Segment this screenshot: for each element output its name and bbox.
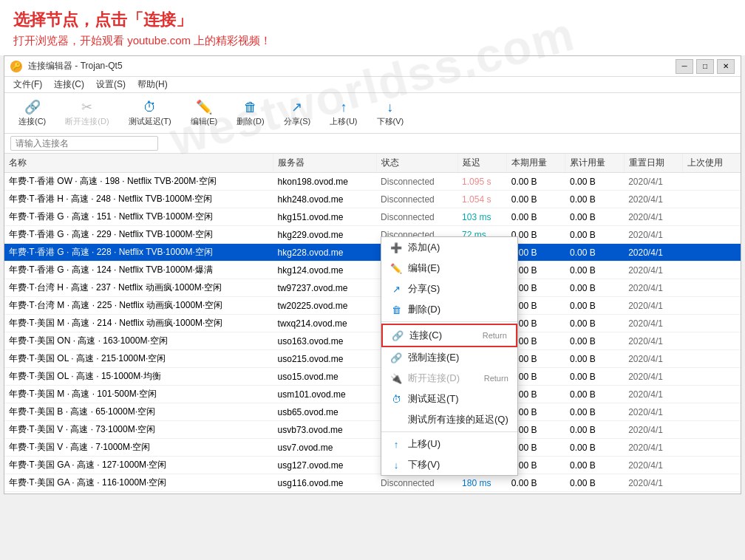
cell-reset: 2020/4/1 xyxy=(624,315,682,332)
connect-button[interactable]: 🔗 连接(C) xyxy=(10,96,54,130)
cell-reset: 2020/4/1 xyxy=(624,474,682,492)
maximize-button[interactable]: □ xyxy=(696,59,714,74)
ctx-item-move-down[interactable]: ↓下移(V) xyxy=(381,454,517,475)
table-row[interactable]: 年费·T·香港 H · 高速 · 248 · Netflix TVB·1000M… xyxy=(4,191,741,208)
move-down-button[interactable]: ↓ 下移(V) xyxy=(369,97,412,130)
cell-last xyxy=(682,262,741,279)
col-last[interactable]: 上次使用 xyxy=(682,154,741,173)
disconnect-shortcut: Return xyxy=(484,374,508,383)
share-button[interactable]: ↗ 分享(S) xyxy=(276,96,319,130)
table-row[interactable]: 年费·T·香港 G · 高速 · 229 · Netflix TVB·1000M… xyxy=(4,226,741,244)
table-row[interactable]: 年费·T·香港 G · 高速 · 124 · Netflix TVB·1000M… xyxy=(4,262,741,279)
col-status[interactable]: 状态 xyxy=(376,154,457,173)
cell-total: 0.00 B xyxy=(565,492,624,494)
col-total[interactable]: 累计用量 xyxy=(565,154,624,173)
connections-table-container[interactable]: 名称 服务器 状态 延迟 本期用量 累计用量 重置日期 上次使用 年费·T·香港… xyxy=(4,154,741,494)
cell-name: 年费·T·香港 H · 高速 · 248 · Netflix TVB·1000M… xyxy=(4,191,273,208)
test-latency-item-label: 测试延迟(T) xyxy=(408,392,459,406)
delete-button[interactable]: 🗑 删除(D) xyxy=(228,97,272,130)
table-row[interactable]: 年费·T·台湾 H · 高速 · 237 · Netflix 动画疯·1000M… xyxy=(4,279,741,297)
test-latency-button[interactable]: ⏱ 测试延迟(T) xyxy=(120,97,180,130)
cell-name: 年费·T·美国 V · 高速 · 73·1000M·空闲 xyxy=(4,421,273,439)
ctx-item-add[interactable]: ➕添加(A) xyxy=(381,237,517,258)
menu-connect[interactable]: 连接(C) xyxy=(48,77,90,92)
cell-total: 0.00 B xyxy=(565,368,624,386)
cell-total: 0.00 B xyxy=(565,421,624,439)
cell-server: hkh248.ovod.me xyxy=(273,191,376,208)
connect-icon: 🔗 xyxy=(24,99,41,115)
window-title: 连接编辑器 - Trojan-Qt5 xyxy=(28,60,676,72)
ctx-item-edit[interactable]: ✏️编辑(E) xyxy=(381,258,517,279)
table-row[interactable]: 年费·T·美国 B · 高速 · 65·1000M·空闲 usb65.ovod.… xyxy=(4,403,741,421)
menu-help[interactable]: 帮助(H) xyxy=(132,77,174,92)
menu-file[interactable]: 文件(F) xyxy=(7,77,48,92)
table-row[interactable]: 年费·T·美国 OL · 高速 · 15·1000M·均衡 uso15.ovod… xyxy=(4,368,741,386)
cell-status: Disconnected xyxy=(376,474,457,492)
edit-button[interactable]: ✏️ 编辑(E) xyxy=(183,96,226,130)
ctx-item-move-up[interactable]: ↑上移(U) xyxy=(381,434,517,454)
share-label: 分享(S) xyxy=(408,282,440,296)
cell-latency: 177 ms xyxy=(457,492,507,494)
cell-reset: 2020/4/1 xyxy=(624,208,682,226)
table-row[interactable]: 年费·T·美国 GA · 高速 · 116·1000M·空闲 usg116.ov… xyxy=(4,474,741,492)
ctx-item-test-latency-item[interactable]: ⏱测试延迟(T) xyxy=(381,389,517,409)
connect-icon: 🔗 xyxy=(392,330,404,341)
cell-last xyxy=(682,332,741,350)
table-row[interactable]: 年费·T·美国 ON · 高速 · 163·1000M·空闲 uso163.ov… xyxy=(4,332,741,350)
minimize-button[interactable]: ─ xyxy=(676,59,693,74)
cell-last xyxy=(682,492,741,494)
table-row[interactable]: 年费·T·台湾 M · 高速 · 225 · Netflix 动画疯·1000M… xyxy=(4,297,741,315)
table-row[interactable]: 年费·T·香港 G · 高速 · 228 · Netflix TVB·1000M… xyxy=(4,244,741,262)
move-up-button[interactable]: ↑ 上移(U) xyxy=(322,97,365,130)
table-row[interactable]: 年费·T·香港 G · 高速 · 151 · Netflix TVB·1000M… xyxy=(4,208,741,226)
ctx-item-delete[interactable]: 🗑删除(D) xyxy=(381,299,517,320)
table-row[interactable]: 年费·T·美国 V · 高速 · 7·1000M·空闲 usv7.ovod.me… xyxy=(4,439,741,457)
cell-name: 年费·T·台湾 H · 高速 · 237 · Netflix 动画疯·1000M… xyxy=(4,279,273,297)
cell-total: 0.00 B xyxy=(565,332,624,350)
cell-server: usg212.ovod.me xyxy=(273,492,376,494)
cell-server: tw97237.ovod.me xyxy=(273,279,376,297)
context-menu-separator xyxy=(381,321,517,322)
table-row[interactable]: 年费·T·美国 M · 高速 · 101·500M·空闲 usm101.ovod… xyxy=(4,386,741,403)
cell-total: 0.00 B xyxy=(565,315,624,332)
search-input[interactable] xyxy=(10,136,158,151)
cell-total: 0.00 B xyxy=(565,439,624,457)
col-latency[interactable]: 延迟 xyxy=(457,154,507,173)
cell-server: usv7.ovod.me xyxy=(273,439,376,457)
app-window: 🔑 连接编辑器 - Trojan-Qt5 ─ □ ✕ 文件(F) 连接(C) 设… xyxy=(4,55,741,494)
cell-name: 年费·T·美国 B · 高速 · 65·1000M·空闲 xyxy=(4,403,273,421)
cell-name: 年费·T·台湾 M · 高速 · 225 · Netflix 动画疯·1000M… xyxy=(4,297,273,315)
cell-name: 年费·T·香港 G · 高速 · 229 · Netflix TVB·1000M… xyxy=(4,226,273,244)
move-down-label: 下移(V) xyxy=(408,458,440,471)
table-row[interactable]: 年费·T·美国 M · 高速 · 214 · Netflix 动画疯·1000M… xyxy=(4,315,741,332)
table-row[interactable]: 年费·T·美国 GA · 高速 · 127·1000M·空闲 usg127.ov… xyxy=(4,457,741,474)
cell-monthly: 0.00 B xyxy=(507,208,565,226)
cell-monthly: 0.00 B xyxy=(507,173,565,191)
disconnect-button[interactable]: ✂ 断开连接(D) xyxy=(57,96,117,130)
col-name[interactable]: 名称 xyxy=(4,154,273,173)
cell-status: Disconnected xyxy=(376,492,457,494)
table-row[interactable]: 年费·T·香港 OW · 高速 · 198 · Netflix TVB·200M… xyxy=(4,173,741,191)
cell-server: hkg228.ovod.me xyxy=(273,244,376,262)
delete-label: 删除(D) xyxy=(408,303,440,316)
menu-settings[interactable]: 设置(S) xyxy=(90,77,132,92)
table-row[interactable]: 年费·T·美国 OL · 高速 · 215·1000M·空闲 uso215.ov… xyxy=(4,350,741,368)
ctx-item-force-connect[interactable]: 🔗强制连接(E) xyxy=(381,347,517,368)
cell-reset: 2020/4/1 xyxy=(624,421,682,439)
col-reset[interactable]: 重置日期 xyxy=(624,154,682,173)
cell-last xyxy=(682,368,741,386)
disconnect-label: 断开连接(D) xyxy=(408,372,460,385)
table-row[interactable]: 年费·T·美国 GA · 高速 · 212·1000M·空闲 usg212.ov… xyxy=(4,492,741,494)
cell-reset: 2020/4/1 xyxy=(624,226,682,244)
ctx-item-test-all[interactable]: 测试所有连接的延迟(Q) xyxy=(381,409,517,430)
move-up-icon: ↑ xyxy=(340,100,347,115)
col-server[interactable]: 服务器 xyxy=(273,154,376,173)
app-icon: 🔑 xyxy=(10,61,22,72)
ctx-item-share[interactable]: ↗分享(S) xyxy=(381,279,517,299)
col-monthly[interactable]: 本期用量 xyxy=(507,154,565,173)
ctx-item-disconnect[interactable]: 🔌断开连接(D)Return xyxy=(381,368,517,389)
close-button[interactable]: ✕ xyxy=(717,59,735,74)
table-row[interactable]: 年费·T·美国 V · 高速 · 73·1000M·空闲 usvb73.ovod… xyxy=(4,421,741,439)
ctx-item-connect[interactable]: 🔗连接(C)Return xyxy=(381,324,517,347)
share-icon: ↗ xyxy=(291,99,302,115)
